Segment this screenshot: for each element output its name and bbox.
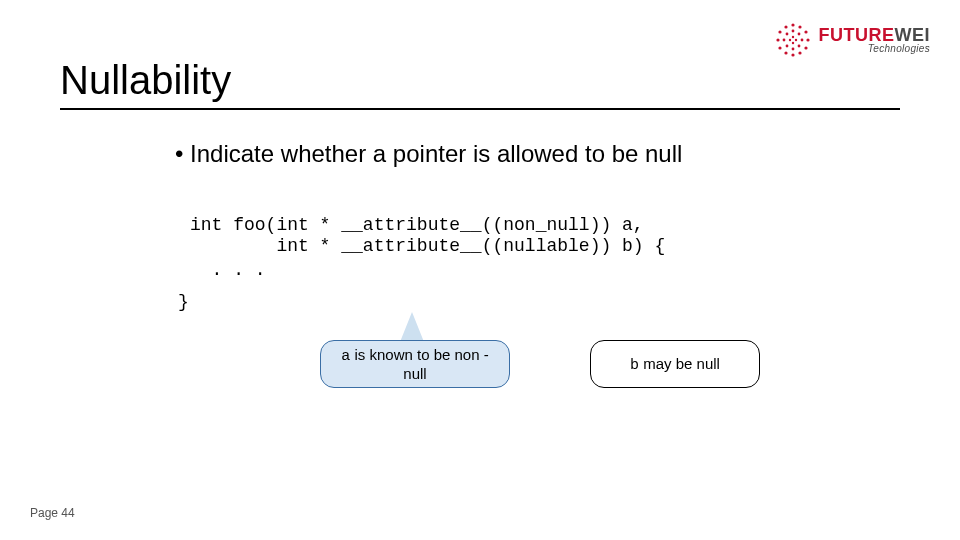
code-line-3: . . . xyxy=(190,260,266,281)
svg-point-8 xyxy=(778,46,781,49)
page-number: Page 44 xyxy=(30,506,75,520)
svg-point-16 xyxy=(791,48,794,51)
slide: FUTUREWEI Technologies Nullability Indic… xyxy=(0,0,960,540)
svg-point-19 xyxy=(785,33,788,36)
svg-point-18 xyxy=(782,39,785,42)
code-line-1: int foo(int * __attribute__((non_null)) … xyxy=(190,215,644,236)
title-underline xyxy=(60,108,900,110)
callout-b-pointer xyxy=(620,312,644,342)
svg-point-1 xyxy=(798,25,801,28)
logo-subtitle: Technologies xyxy=(819,44,931,54)
svg-point-15 xyxy=(797,45,800,48)
svg-point-4 xyxy=(804,46,807,49)
svg-point-14 xyxy=(800,39,803,42)
svg-point-23 xyxy=(788,39,790,41)
svg-point-6 xyxy=(791,53,794,56)
callout-b-text: may be null xyxy=(639,355,720,372)
svg-point-2 xyxy=(804,30,807,33)
svg-point-20 xyxy=(791,36,793,38)
svg-point-13 xyxy=(797,33,800,36)
logo-dots-icon xyxy=(773,20,813,60)
callout-b-var: b xyxy=(630,357,639,374)
code-line-2: int * __attribute__((nullable)) b) { xyxy=(190,236,665,257)
logo-brand-first: FUTURE xyxy=(819,25,895,45)
callout-a: a is known to be non -null xyxy=(320,340,510,388)
svg-point-9 xyxy=(776,38,779,41)
svg-point-5 xyxy=(798,51,801,54)
svg-point-11 xyxy=(784,25,787,28)
slide-title: Nullability xyxy=(60,58,231,103)
svg-point-0 xyxy=(791,23,794,26)
callout-a-pointer xyxy=(400,312,424,342)
code-line-4: } xyxy=(178,292,189,313)
svg-point-3 xyxy=(806,38,809,41)
svg-point-21 xyxy=(794,39,796,41)
svg-point-7 xyxy=(784,51,787,54)
logo-text: FUTUREWEI Technologies xyxy=(819,26,931,54)
logo: FUTUREWEI Technologies xyxy=(773,20,931,60)
svg-point-22 xyxy=(791,42,793,44)
svg-point-12 xyxy=(791,30,794,33)
callout-b: b may be null xyxy=(590,340,760,388)
callout-a-var: a xyxy=(341,348,350,365)
bullet-text: Indicate whether a pointer is allowed to… xyxy=(175,140,682,168)
svg-point-10 xyxy=(778,30,781,33)
callout-a-text: is known to be non -null xyxy=(350,346,488,382)
svg-point-17 xyxy=(785,45,788,48)
logo-brand-second: WEI xyxy=(895,25,931,45)
